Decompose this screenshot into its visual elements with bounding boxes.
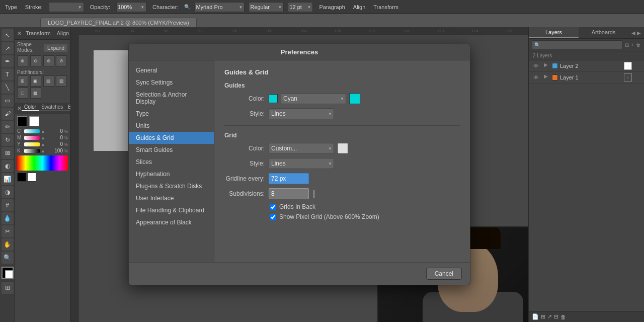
sidebar-item-guides-grid[interactable]: Guides & Grid [129,132,214,144]
tab-swatches[interactable]: Swatches [39,104,65,111]
y-slider[interactable] [24,142,40,146]
tab-color[interactable]: Color [22,104,39,111]
tab-align[interactable]: Align [54,29,72,38]
layer1-visibility-icon[interactable]: 👁 [532,73,540,82]
mesh-tool[interactable]: # [2,199,14,211]
sidebar-item-general[interactable]: General [129,64,214,76]
delete-layer-icon[interactable]: 🗑 [560,314,566,320]
layers-search-input[interactable] [532,40,623,49]
fill-box[interactable] [17,116,27,126]
layer1-lock-icon[interactable] [634,74,641,81]
stroke-select[interactable] [49,2,84,12]
eyedropper-tool[interactable]: 💧 [2,212,14,224]
stroke-box[interactable] [29,116,39,126]
sidebar-item-units[interactable]: Units [129,120,214,132]
show-pixel-grid-checkbox[interactable] [270,214,276,220]
direct-select-tool[interactable]: ↗ [2,42,14,54]
expand-button[interactable]: Expand [44,44,68,52]
font-size-select[interactable]: 12 pt [288,2,313,12]
sidebar-item-slices[interactable]: Slices [129,156,214,168]
scissors-tool[interactable]: ✂ [2,225,14,237]
layers-options-icon[interactable]: ⊟ [625,42,629,48]
layers-add-icon[interactable]: + [631,42,634,48]
guides-style-select[interactable]: Lines [269,108,334,119]
cancel-button[interactable]: Cancel [426,268,462,280]
fill-stroke-indicator[interactable] [2,267,14,279]
column-graph-tool[interactable]: 📊 [2,173,14,185]
c-up-arrow[interactable]: ▲ [41,129,49,134]
divide-btn[interactable]: ⊞ [17,75,28,87]
merge-btn[interactable]: ▤ [43,75,54,87]
opacity-select[interactable]: 100% [116,2,146,12]
new-layer-icon[interactable]: 📄 [532,313,539,320]
y-up-arrow[interactable]: ▲ [41,142,49,147]
font-style-select[interactable]: Regular [249,2,284,12]
trim-btn[interactable]: ▣ [30,75,41,87]
sidebar-item-hyphenation[interactable]: Hyphenation [129,168,214,180]
gradient-tool[interactable]: ◑ [2,186,14,198]
file-tab[interactable]: LOGO_PLAYREC_FINAL.ai*:2 @ 800% (CMYK/Pr… [40,18,197,27]
outline-btn[interactable]: □ [17,88,28,99]
sidebar-item-selection[interactable]: Selection & Anchor Display [129,89,214,108]
type-tool[interactable]: T [2,68,14,80]
c-slider[interactable] [24,129,40,133]
artboard-tool[interactable]: ⊞ [2,282,14,294]
close-icon[interactable]: ✕ [17,30,22,37]
sidebar-item-appearance[interactable]: Appearance of Black [129,216,214,228]
tab-transform[interactable]: Transform [23,29,54,38]
grid-style-select[interactable]: Lines [269,158,334,169]
layer2-target-icon[interactable]: ○ [624,62,632,70]
minus-back-btn[interactable]: ▦ [30,88,41,99]
layer-item-1[interactable]: 👁 ▶ Layer 1 ○ [529,72,644,84]
hand-tool[interactable]: ✋ [2,238,14,251]
pen-tool[interactable]: ✒ [2,55,14,67]
layer1-expand-icon[interactable]: ▶ [542,73,550,82]
grid-color-select[interactable]: Custom... [269,143,334,154]
line-tool[interactable]: ╲ [2,82,14,94]
layer2-visibility-icon[interactable]: 👁 [532,62,540,70]
white-box[interactable] [27,173,36,182]
minus-front-btn[interactable]: ⊖ [30,55,41,66]
merge-selected-icon[interactable]: ⊟ [554,313,558,320]
sidebar-item-sync[interactable]: Sync Settings [129,76,214,89]
black-box[interactable] [17,173,26,182]
gridline-input[interactable] [269,173,309,184]
left-arrow-icon[interactable]: ◀ [631,30,635,36]
new-sublayer-icon[interactable]: ⊞ [541,313,545,320]
layer1-target-icon[interactable]: ○ [624,73,632,82]
scale-tool[interactable]: ⊠ [2,147,14,159]
paintbrush-tool[interactable]: 🖌 [2,108,14,120]
pencil-tool[interactable]: ✏ [2,121,14,133]
sidebar-item-smart-guides[interactable]: Smart Guides [129,144,214,156]
layer-item-2[interactable]: 👁 ▶ Layer 2 ○ [529,60,644,72]
move-selection-icon[interactable]: ↗ [547,313,552,320]
sidebar-item-file-handling[interactable]: File Handling & Clipboard [129,204,214,216]
tab-artboards[interactable]: Artboards [579,27,628,38]
rect-tool[interactable]: ▭ [2,95,14,107]
color-close-icon[interactable]: ✕ [17,105,22,112]
rotate-tool[interactable]: ↻ [2,134,14,146]
select-tool[interactable]: ↖ [2,29,14,41]
sidebar-item-plugins[interactable]: Plug-ins & Scratch Disks [129,180,214,192]
grids-in-back-checkbox[interactable] [270,204,276,210]
m-slider[interactable] [24,136,40,140]
exclude-btn[interactable]: ⊘ [56,55,67,66]
layer2-expand-icon[interactable]: ▶ [542,62,550,70]
right-arrow-icon[interactable]: ▶ [637,30,641,36]
sidebar-item-user-interface[interactable]: User Interface [129,192,214,204]
crop-btn[interactable]: ▥ [56,75,67,87]
subdivisions-input[interactable] [269,188,309,199]
k-up-arrow[interactable]: ▲ [41,148,49,153]
sidebar-item-type[interactable]: Type [129,108,214,120]
intersect-btn[interactable]: ⊗ [43,55,54,66]
unite-btn[interactable]: ⊕ [17,55,28,66]
guides-color-swatch[interactable] [269,94,278,103]
zoom-tool[interactable]: 🔍 [2,252,14,264]
guides-color-select[interactable]: Cyan [281,93,346,104]
m-up-arrow[interactable]: ▲ [41,135,49,140]
layers-delete-icon[interactable]: 🗑 [636,42,641,48]
color-spectrum[interactable] [17,155,68,171]
k-slider[interactable] [24,149,40,153]
layer2-lock-icon[interactable] [634,62,641,69]
tab-layers[interactable]: Layers [529,27,579,38]
